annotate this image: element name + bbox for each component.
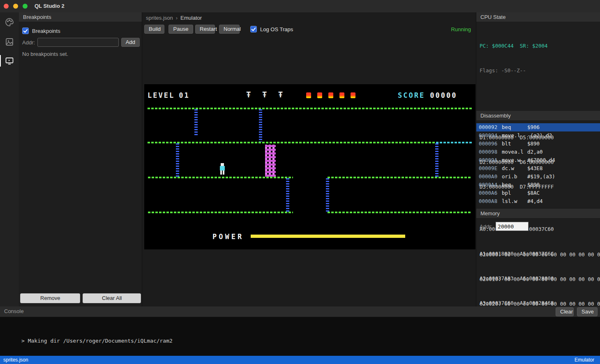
disassembly-row[interactable]: 0000A4beq$890 [476,181,600,189]
app-window: QL Studio 2 Breakp [0,0,600,364]
memory-addr-input[interactable] [496,222,528,231]
console-line: > Making dir /Users/roger/Documents/iQLm… [21,337,596,345]
platform [148,142,436,143]
stacked-blocks [265,145,276,177]
breadcrumb-item-sprites[interactable]: sprites.json [146,15,173,21]
score-indicator: SCORE00000 [398,91,457,99]
ladder [435,143,438,177]
status-bar: sprites.json Emulator [0,356,600,364]
cpu-flags: Flags: -S0--Z-- [480,67,599,75]
ladder [326,178,329,212]
console-save-button[interactable]: Save [577,307,598,316]
disassembly-row[interactable]: 00009Amove.w#$7000,d4 [476,156,600,164]
memory-header: Memory [476,209,600,219]
cpu-pc-sr: PC: $000C44 SR: $2004 [480,42,599,50]
pause-button[interactable]: Pause [168,25,193,34]
console-clear-button[interactable]: Clear [556,307,574,316]
breakpoints-empty-message: No breakpoints set. [22,51,68,57]
platform [148,212,293,213]
ladder [259,109,262,142]
item-icon [328,92,333,98]
disassembly-row[interactable]: 000094move.l-(a2),d2 [476,131,600,140]
ladder [176,143,179,177]
collectible-item-icons [306,92,355,98]
power-bar [251,235,405,238]
disassembly-row[interactable]: 00009Edc.w$43E8 [476,164,600,173]
memory-row: 020010: 00 00 00 00 00 00 00 00 00 00 00… [480,275,600,283]
disassembly-row[interactable]: 0000A6bpl$8AC [476,189,600,197]
breadcrumb-separator-icon: › [176,15,178,21]
ladder [194,109,198,136]
statusbar-view: Emulator [575,357,594,363]
disassembly-row[interactable]: 0000A0ori.b#$19,(a3) [476,173,600,181]
breakpoints-enable-checkbox[interactable] [22,28,29,34]
speed-button[interactable]: Normal [219,25,240,34]
clear-all-breakpoints-button[interactable]: Clear All [83,293,141,303]
platform [148,177,293,178]
breadcrumb: sprites.json › Emulator [146,15,202,21]
power-label: POWER [212,233,244,241]
item-icon [339,92,344,98]
close-button[interactable] [4,4,9,9]
memory-row: 020000: 00 00 00 00 00 00 00 00 00 00 00… [480,251,600,259]
remove-breakpoint-button[interactable]: Remove [20,293,80,303]
build-button[interactable]: Build [144,25,164,34]
disassembly-header: Disassembly [476,111,600,121]
restart-button[interactable]: Restart [195,25,215,34]
disassembly-row[interactable]: 0000A8lsl.w#4,d4 [476,197,600,205]
statusbar-file: sprites.json [3,357,28,363]
breakpoint-addr-label: Addr: [22,39,35,46]
console-title: Console [4,308,24,314]
disassembly-list: 000092beq$906 000094move.l-(a2),d2 00009… [476,123,600,205]
collectible-hat-icons: Ŧ Ŧ Ŧ [246,90,286,99]
platform-conveyor [436,142,472,143]
item-icon [351,92,355,98]
run-status-badge: Running [451,26,471,32]
console-header: Console Clear Save [0,306,600,317]
emulator-run-icon[interactable] [5,56,14,66]
ladder [286,178,289,212]
emulator-toolbar: Build Pause Restart Normal Log OS Traps … [144,24,471,34]
window-title: QL Studio 2 [35,3,65,9]
platform [328,177,472,178]
log-os-traps-label: Log OS Traps [260,26,293,32]
memory-addr-label: Addr: [480,223,492,230]
disassembly-row[interactable]: 000096blt$890 [476,140,600,148]
emulator-screen[interactable]: LEVEL01 Ŧ Ŧ Ŧ SCORE00000 [144,84,475,249]
breakpoint-addr-input[interactable] [37,38,119,47]
breakpoints-panel: Breakpoints Breakpoints Addr: Add No bre… [19,12,142,306]
breadcrumb-item-emulator[interactable]: Emulator [180,15,202,21]
palette-icon[interactable] [5,17,14,27]
level-indicator: LEVEL01 [148,91,190,99]
player-sprite [219,163,226,175]
sprites-image-icon[interactable] [5,37,14,47]
debug-panel: CPU State PC: $000C44 SR: $2004 Flags: -… [476,12,600,306]
item-icon [317,92,322,98]
add-breakpoint-button[interactable]: Add [121,38,140,47]
disassembly-row-current[interactable]: 000092beq$906 [476,123,600,131]
cpu-state-header: CPU State [476,12,600,22]
emulator-panel: sprites.json › Emulator Build Pause Rest… [142,12,476,306]
disassembly-row[interactable]: 000098movea.ld2,a0 [476,148,600,156]
console-panel: Console Clear Save > Making dir /Users/r… [0,306,600,356]
zoom-button[interactable] [23,4,28,9]
activity-bar [0,12,19,306]
active-view-indicator [0,55,1,67]
breakpoints-enable-label: Breakpoints [32,28,60,34]
item-icon [306,92,311,98]
log-os-traps-checkbox[interactable] [250,26,257,32]
breakpoints-panel-header: Breakpoints [19,12,142,22]
title-bar: QL Studio 2 [0,0,600,13]
platform [328,212,472,213]
minimize-button[interactable] [13,4,18,9]
